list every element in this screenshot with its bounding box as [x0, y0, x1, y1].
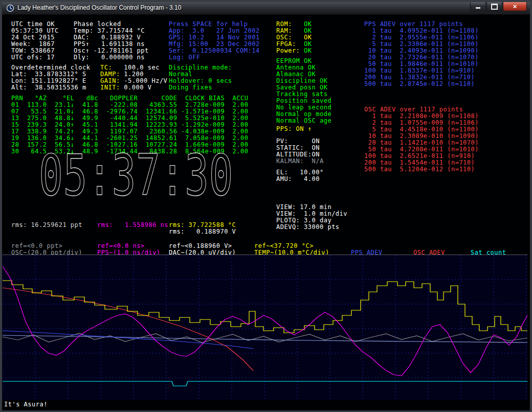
osc-adev-panel: OSC ADEV over 1117 points 1 tau 2.2108e-…	[364, 106, 479, 173]
adev-row: 500 tau 2.8745e-012 (n=110)	[364, 81, 479, 87]
text-line: Normal OSC age	[276, 118, 331, 124]
minimize-button[interactable]	[470, 2, 486, 11]
trace-sat-count	[3, 381, 527, 386]
loop-row: INIT: 0.000 V	[100, 84, 167, 91]
app-icon	[6, 4, 14, 12]
phase-panel: Phase locked Temp: 37.715744 °CDAC: 0.18…	[74, 21, 149, 61]
text-line: ADEVQ: 33000 pts	[276, 224, 347, 231]
maximize-icon	[491, 4, 498, 10]
minimize-icon	[476, 7, 480, 9]
maximize-button[interactable]	[486, 2, 502, 11]
receiver-flags-panel: PV: ONSTATIC: ONALTITUDE:ONKALMAN: N/A	[276, 138, 324, 165]
health-panel: EEPROM OKAntenna OKAlmanac OKDiscipline …	[276, 58, 331, 124]
status-note: It's Asura!	[4, 401, 48, 408]
position-panel: Overdetermined clock Lat: 33.8783312° SL…	[11, 64, 91, 91]
pps-state-line: PPS: ON ↑	[276, 126, 312, 132]
app-window: Lady Heather's Disciplined Oscillator Co…	[0, 0, 532, 412]
window-controls: ×	[470, 2, 527, 11]
text-line: Alt: 38.50315536 m	[11, 84, 91, 91]
text-line: Log: OFF	[169, 54, 260, 61]
elevation-mask-panel: EL: 10.00°AMU: 4.00	[276, 169, 324, 182]
main-content: UTC time OK 05:37:30 UTC24 Oct 2015Week:…	[2, 15, 530, 410]
rms-osc: rms: 16.259621 ppt	[11, 222, 82, 228]
pps-adev-panel: PPS ADEV over 1117 points 1 tau 4.0952e-…	[364, 21, 479, 87]
loop-panel: TC: 100.0 secDAMP: 1.200GAIN: -5.000 Hz/…	[100, 64, 167, 91]
pps-state-panel: PPS: ON ↑	[276, 126, 312, 132]
big-clock: 05:37:30	[39, 152, 241, 203]
text-line: Doing fixes	[169, 84, 232, 91]
text-line: AMU: 4.00	[276, 176, 324, 182]
rms-dac: rms: 0.188970 V	[169, 228, 236, 235]
trace-pps	[3, 266, 527, 376]
text-line: UTC ofs: 17	[11, 54, 59, 61]
close-button[interactable]: ×	[503, 2, 527, 11]
hardware-panel: ROM: OKRAM: OKOSC: OKFPGA: OKPower: OK	[276, 21, 312, 54]
text-line: Dly: 0.000000 ns	[74, 54, 149, 61]
adev-row: 500 tau 5.1204e-012 (n=110)	[364, 166, 479, 173]
trace-temp	[3, 281, 527, 333]
titlebar[interactable]: Lady Heather's Disciplined Oscillator Co…	[2, 2, 530, 15]
window-title: Lady Heather's Disciplined Oscillator Co…	[17, 4, 181, 11]
big-clock-digits: 05:37:30	[39, 152, 233, 203]
help-panel: Press SPACE for help App: 3.0 27 Jun 200…	[169, 21, 260, 61]
flag-row: KALMAN: N/A	[276, 158, 324, 165]
sat-table: PRN °AZ °EL dBc DOPPLER CODE CLOCK BIAS …	[11, 95, 248, 155]
close-icon: ×	[513, 3, 517, 10]
view-panel: VIEW: 17.0 minVIEW: 1.0 min/divPLOTQ: 3.…	[276, 204, 347, 231]
discipline-panel: Discipline mode: NormalHoldover: 0 secsD…	[169, 64, 232, 91]
utc-panel: UTC time OK 05:37:30 UTC24 Oct 2015Week:…	[11, 21, 59, 61]
plot-area[interactable]	[3, 255, 527, 400]
trace-dac	[3, 335, 527, 342]
rms-pps: rms: 1.558986 ns	[97, 222, 168, 228]
hardware-row: Power: OK	[276, 48, 312, 54]
